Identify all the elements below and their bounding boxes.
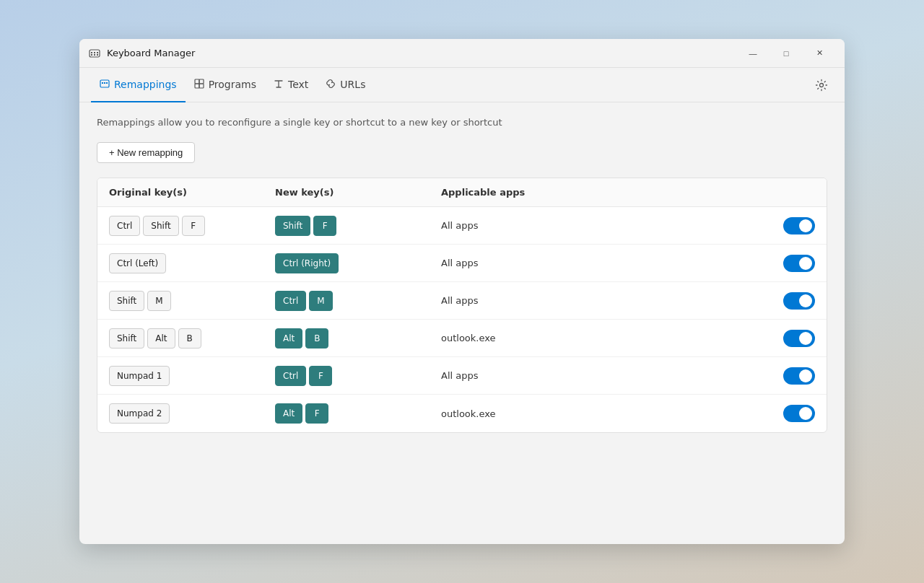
svg-rect-6 bbox=[97, 54, 98, 56]
svg-rect-4 bbox=[91, 54, 92, 56]
tab-text[interactable]: Text bbox=[265, 68, 317, 102]
svg-rect-13 bbox=[195, 84, 199, 88]
tab-remappings-label: Remappings bbox=[114, 79, 177, 90]
svg-rect-10 bbox=[106, 82, 108, 84]
content-area: Remappings allow you to reconfigure a si… bbox=[79, 102, 845, 544]
key-f-teal: F bbox=[313, 216, 336, 236]
table-row: Numpad 2 Alt F outlook.exe bbox=[97, 395, 827, 432]
tab-urls[interactable]: URLs bbox=[317, 68, 374, 102]
app-2: All apps bbox=[441, 258, 757, 268]
app-icon bbox=[88, 47, 101, 60]
new-keys-5: Ctrl F bbox=[275, 366, 441, 386]
toggle-2[interactable] bbox=[783, 255, 815, 272]
new-keys-1: Shift F bbox=[275, 216, 441, 236]
svg-rect-12 bbox=[199, 79, 204, 84]
key-ctrl-left: Ctrl (Left) bbox=[109, 253, 166, 273]
svg-rect-14 bbox=[199, 84, 204, 88]
key-ctrl-right-teal: Ctrl (Right) bbox=[275, 253, 339, 273]
toggle-5[interactable] bbox=[783, 367, 815, 385]
minimize-button[interactable]: — bbox=[736, 42, 770, 65]
text-icon bbox=[274, 79, 284, 91]
original-keys-4: Shift Alt B bbox=[109, 328, 275, 349]
tab-urls-label: URLs bbox=[340, 79, 365, 90]
original-keys-1: Ctrl Shift F bbox=[109, 216, 275, 236]
new-keys-2: Ctrl (Right) bbox=[275, 253, 441, 273]
toggle-4[interactable] bbox=[783, 330, 815, 347]
key-alt-teal-4: Alt bbox=[275, 328, 302, 349]
programs-icon bbox=[194, 79, 204, 91]
key-b-4: B bbox=[178, 328, 201, 349]
key-shift-3: Shift bbox=[109, 291, 144, 311]
tab-text-label: Text bbox=[288, 79, 308, 90]
close-button[interactable]: ✕ bbox=[803, 42, 836, 65]
settings-button[interactable] bbox=[810, 74, 833, 97]
key-numpad2: Numpad 2 bbox=[109, 403, 170, 424]
svg-rect-11 bbox=[195, 79, 199, 84]
key-m-teal-3: M bbox=[309, 291, 332, 311]
new-keys-4: Alt B bbox=[275, 328, 441, 349]
remappings-icon bbox=[100, 79, 110, 91]
maximize-button[interactable]: □ bbox=[770, 42, 803, 65]
tab-remappings[interactable]: Remappings bbox=[91, 68, 186, 102]
key-ctrl-teal-3: Ctrl bbox=[275, 291, 306, 311]
app-1: All apps bbox=[441, 220, 757, 231]
table-header: Original key(s) New key(s) Applicable ap… bbox=[97, 178, 827, 207]
app-4: outlook.exe bbox=[441, 333, 757, 343]
key-shift-4: Shift bbox=[109, 328, 144, 349]
key-f: F bbox=[182, 216, 205, 236]
tab-programs[interactable]: Programs bbox=[186, 68, 265, 102]
table-row: Shift Alt B Alt B outlook.exe bbox=[97, 320, 827, 357]
app-6: outlook.exe bbox=[441, 408, 757, 419]
description-text: Remappings allow you to reconfigure a si… bbox=[97, 117, 827, 128]
key-f-teal-6: F bbox=[305, 403, 328, 424]
original-keys-6: Numpad 2 bbox=[109, 403, 275, 424]
key-m-3: M bbox=[147, 291, 170, 311]
svg-rect-9 bbox=[104, 82, 105, 84]
key-shift: Shift bbox=[143, 216, 178, 236]
titlebar: Keyboard Manager — □ ✕ bbox=[79, 39, 845, 68]
key-alt-teal-6: Alt bbox=[275, 403, 302, 424]
window-title: Keyboard Manager bbox=[107, 48, 736, 58]
tabs-bar: Remappings Programs Text bbox=[79, 68, 845, 102]
key-shift-teal: Shift bbox=[275, 216, 310, 236]
table-row: Shift M Ctrl M All apps bbox=[97, 282, 827, 320]
col-applicable-apps: Applicable apps bbox=[441, 187, 757, 198]
toggle-1[interactable] bbox=[783, 217, 815, 234]
table-row: Numpad 1 Ctrl F All apps bbox=[97, 357, 827, 395]
titlebar-controls: — □ ✕ bbox=[736, 42, 836, 65]
app-5: All apps bbox=[441, 370, 757, 381]
svg-rect-5 bbox=[94, 54, 95, 56]
toggle-3[interactable] bbox=[783, 292, 815, 310]
original-keys-2: Ctrl (Left) bbox=[109, 253, 275, 273]
main-window: Keyboard Manager — □ ✕ Remappings bbox=[79, 39, 845, 544]
key-ctrl: Ctrl bbox=[109, 216, 140, 236]
new-keys-6: Alt F bbox=[275, 403, 441, 424]
key-numpad1: Numpad 1 bbox=[109, 366, 170, 386]
col-original-keys: Original key(s) bbox=[109, 187, 275, 198]
svg-rect-3 bbox=[97, 52, 98, 53]
new-keys-3: Ctrl M bbox=[275, 291, 441, 311]
svg-point-15 bbox=[820, 83, 824, 87]
svg-rect-1 bbox=[91, 52, 92, 53]
toggle-6[interactable] bbox=[783, 405, 815, 422]
col-new-keys: New key(s) bbox=[275, 187, 441, 198]
key-alt-4: Alt bbox=[147, 328, 175, 349]
original-keys-5: Numpad 1 bbox=[109, 366, 275, 386]
new-remapping-button[interactable]: + New remapping bbox=[97, 142, 195, 163]
remapping-table: Original key(s) New key(s) Applicable ap… bbox=[97, 177, 827, 433]
col-toggle bbox=[757, 187, 815, 198]
key-f-teal-5: F bbox=[309, 366, 332, 386]
urls-icon bbox=[326, 79, 336, 91]
app-3: All apps bbox=[441, 295, 757, 306]
table-row: Ctrl (Left) Ctrl (Right) All apps bbox=[97, 245, 827, 282]
table-row: Ctrl Shift F Shift F All apps bbox=[97, 207, 827, 245]
svg-rect-8 bbox=[102, 82, 103, 84]
key-ctrl-teal-5: Ctrl bbox=[275, 366, 306, 386]
svg-rect-2 bbox=[94, 52, 95, 53]
key-b-teal-4: B bbox=[305, 328, 328, 349]
tab-programs-label: Programs bbox=[209, 79, 256, 90]
original-keys-3: Shift M bbox=[109, 291, 275, 311]
